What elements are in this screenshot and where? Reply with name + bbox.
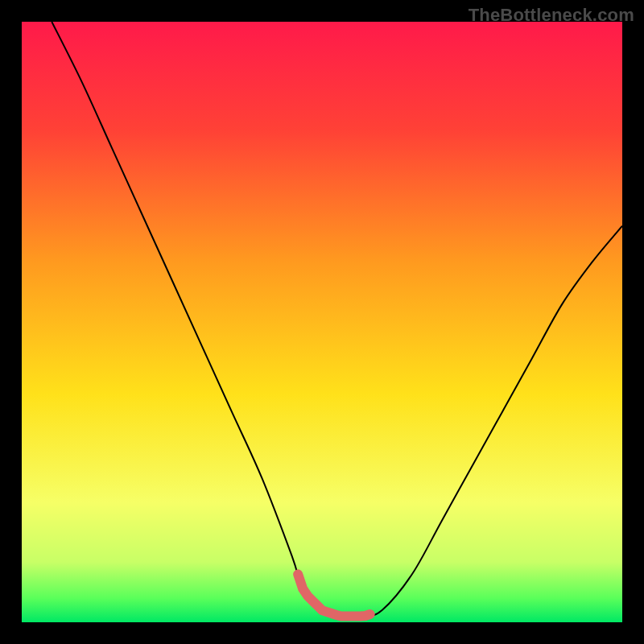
plot-area [22,22,622,622]
chart-frame: TheBottleneck.com [0,0,644,644]
watermark-text: TheBottleneck.com [469,5,634,26]
bottleneck-chart [22,22,622,622]
gradient-background [22,22,622,622]
